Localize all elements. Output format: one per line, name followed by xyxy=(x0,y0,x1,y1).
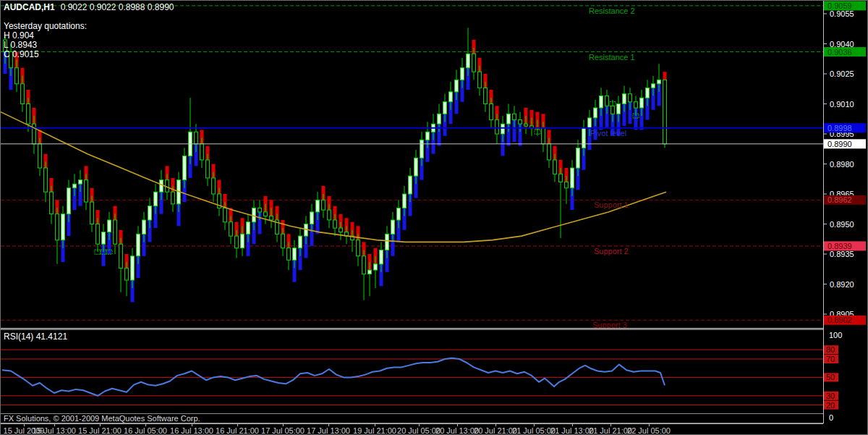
svg-text:0.8935: 0.8935 xyxy=(830,250,854,258)
time-axis-label: 17 Jul 05:00 xyxy=(261,426,305,435)
candles-series xyxy=(4,28,667,302)
mt4-chart-window: AUDCAD,H10.9022 0.9022 0.8988 0.8990 Yes… xyxy=(0,0,868,435)
time-axis-label: 15 Jul 13:00 xyxy=(33,426,76,435)
svg-text:0.9059: 0.9059 xyxy=(827,1,852,10)
time-axis-label: 22 Jul 05:00 xyxy=(627,426,671,435)
symbol-period-label: AUDCAD,H1 xyxy=(4,2,55,12)
rsi-indicator-label: RSI(14) 41.4121 xyxy=(4,332,67,342)
level-label: Support 2 xyxy=(594,248,629,255)
time-axis-label: 20 Jul 05:00 xyxy=(397,426,441,435)
svg-text:80: 80 xyxy=(826,345,835,354)
svg-text:0.8998: 0.8998 xyxy=(827,124,852,132)
svg-text:0.8962: 0.8962 xyxy=(827,195,852,204)
svg-text:0.8902: 0.8902 xyxy=(827,316,852,324)
rsi-chart-canvas[interactable] xyxy=(1,330,823,413)
time-axis[interactable]: 15 Jul 200915 Jul 13:0015 Jul 21:0016 Ju… xyxy=(1,423,868,435)
svg-text:0.9025: 0.9025 xyxy=(830,69,854,78)
copyright-text: FX Solutions, © 2001-2009 MetaQuotes Sof… xyxy=(4,414,200,423)
signal-markers xyxy=(95,102,639,255)
main-chart-panel[interactable]: AUDCAD,H10.9022 0.9022 0.8988 0.8990 Yes… xyxy=(1,1,823,328)
svg-text:0.8939: 0.8939 xyxy=(827,242,852,250)
svg-text:0.9036: 0.9036 xyxy=(827,48,852,56)
time-axis-label: 16 Jul 05:00 xyxy=(124,426,167,435)
time-axis-label: 21 Jul 21:00 xyxy=(589,426,632,435)
level-label: Support 1 xyxy=(594,201,629,209)
level-label: Pivot level xyxy=(590,130,626,138)
svg-text:50: 50 xyxy=(826,373,835,381)
price-axis-canvas: 0.90550.90400.90250.90100.89950.89800.89… xyxy=(823,1,868,435)
time-axis-label: 19 Jul 21:00 xyxy=(353,426,396,435)
svg-text:30: 30 xyxy=(826,392,835,400)
svg-text:0.8990: 0.8990 xyxy=(827,140,852,148)
time-axis-label: 20 Jul 13:00 xyxy=(435,426,479,435)
time-axis-label: 17 Jul 13:00 xyxy=(307,426,350,435)
ohlc-quote-label: 0.9022 0.9022 0.8988 0.8990 xyxy=(61,2,174,12)
svg-text:0.9010: 0.9010 xyxy=(830,100,854,109)
level-label: Support 3 xyxy=(592,321,627,328)
price-chart-canvas[interactable] xyxy=(1,1,823,328)
symbol-title: AUDCAD,H10.9022 0.9022 0.8988 0.8990 xyxy=(4,3,174,12)
svg-text:0.8980: 0.8980 xyxy=(830,160,854,169)
rsi-panel[interactable]: RSI(14) 41.4121 xyxy=(1,330,823,413)
svg-text:0.9055: 0.9055 xyxy=(830,9,854,18)
time-axis-label: 20 Jul 21:00 xyxy=(474,426,517,435)
rsi-line xyxy=(2,358,665,396)
svg-text:0: 0 xyxy=(829,413,833,422)
price-axis[interactable]: 0.90550.90400.90250.90100.89950.89800.89… xyxy=(823,1,868,435)
yesterday-close-label: C 0.9015 xyxy=(4,50,39,59)
time-axis-label: 16 Jul 13:00 xyxy=(170,426,213,435)
time-axis-label: 15 Jul 21:00 xyxy=(78,426,122,435)
time-axis-label: 16 Jul 21:00 xyxy=(216,426,259,435)
svg-text:20: 20 xyxy=(826,401,835,410)
level-label: Resistance 1 xyxy=(589,54,635,62)
time-axis-label: 21 Jul 05:00 xyxy=(512,426,556,435)
svg-text:70: 70 xyxy=(826,355,835,363)
time-axis-label: 21 Jul 13:00 xyxy=(550,426,594,435)
svg-text:100: 100 xyxy=(829,331,842,339)
level-label: Resistance 2 xyxy=(589,7,635,15)
copyright-bar: FX Solutions, © 2001-2009 MetaQuotes Sof… xyxy=(1,413,823,423)
svg-text:0.8950: 0.8950 xyxy=(830,220,854,229)
svg-text:0.8920: 0.8920 xyxy=(830,280,854,289)
